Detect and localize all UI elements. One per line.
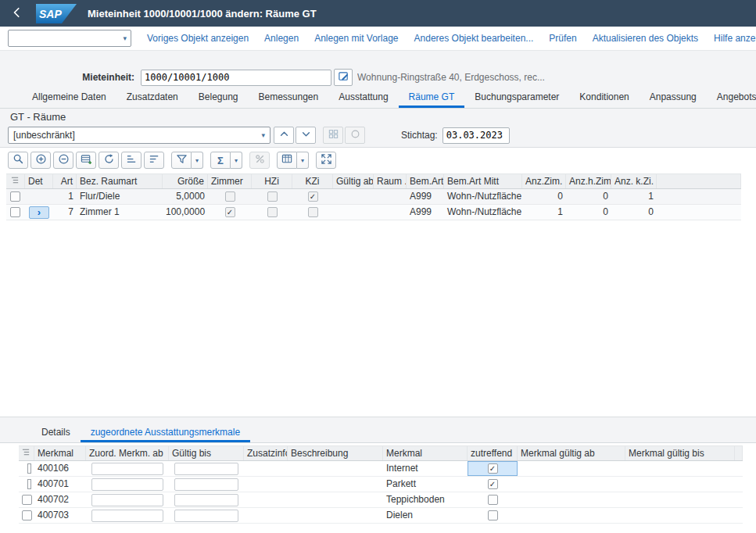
search-button[interactable] xyxy=(8,152,28,169)
column-header[interactable]: Bem.Art Mitt xyxy=(444,174,522,188)
link-create[interactable]: Anlegen xyxy=(264,33,299,44)
row-select-cell[interactable] xyxy=(19,461,34,476)
command-combobox[interactable]: ▾ xyxy=(8,30,131,47)
detail-button[interactable]: › xyxy=(29,206,49,219)
layout-menu-button[interactable]: ▾ xyxy=(297,152,309,169)
column-header[interactable]: Merkmal xyxy=(383,446,468,460)
select-all-header-cell[interactable] xyxy=(6,174,25,188)
column-header[interactable]: Merkmal gültig bis xyxy=(625,446,735,460)
zuord-ab-cell[interactable] xyxy=(86,492,169,507)
gueltig-bis-input[interactable] xyxy=(174,478,238,491)
tab-details[interactable]: Details xyxy=(31,424,81,442)
tab-bemessungen[interactable]: Bemessungen xyxy=(249,88,329,108)
sum-menu-button[interactable]: ▾ xyxy=(231,152,242,169)
column-header[interactable]: Art xyxy=(53,174,77,188)
back-button[interactable] xyxy=(9,5,25,21)
column-header[interactable]: zutreffend xyxy=(468,446,518,460)
row-select-cell[interactable] xyxy=(19,492,34,507)
select-all-header-cell[interactable] xyxy=(19,446,34,460)
refresh-button[interactable] xyxy=(99,152,119,169)
detail-cell[interactable]: › xyxy=(25,205,53,220)
link-create-with-template[interactable]: Anlegen mit Vorlage xyxy=(314,33,398,44)
add-row-button[interactable] xyxy=(30,152,51,169)
zutreffend-checkbox[interactable] xyxy=(488,510,498,520)
insert-row-button[interactable] xyxy=(76,152,96,169)
row-select-checkbox[interactable] xyxy=(22,495,32,505)
link-show-help[interactable]: Hilfe anzeigen xyxy=(714,33,756,44)
room-row[interactable]: › 7 Zimmer 1 100,0000 ✓ A999 Wohn-/Nutzf… xyxy=(6,205,741,220)
zutreffend-checkbox[interactable] xyxy=(488,495,498,505)
kzi-checkbox[interactable]: ✓ xyxy=(308,191,318,202)
feature-row[interactable]: 400703 Dielen xyxy=(19,508,743,524)
sort-ascending-button[interactable] xyxy=(121,152,142,169)
zuord-ab-cell[interactable] xyxy=(86,477,169,492)
zuord-ab-input[interactable] xyxy=(91,494,163,506)
tab-buchungsparameter[interactable]: Buchungsparameter xyxy=(464,88,569,108)
column-header[interactable]: Größe xyxy=(163,174,208,188)
zimmer-cell[interactable] xyxy=(208,189,252,204)
link-previous-object[interactable]: Voriges Objekt anzeigen xyxy=(147,33,249,44)
fullscreen-button[interactable] xyxy=(316,152,336,169)
column-header[interactable]: Merkmal xyxy=(34,446,86,460)
row-select-checkbox[interactable] xyxy=(22,510,32,520)
tab-ausstattung[interactable]: Ausstattung xyxy=(328,88,398,108)
column-header[interactable]: Det xyxy=(25,174,53,188)
stichtag-date-input[interactable] xyxy=(442,127,510,144)
feature-row[interactable]: 400702 Teppichboden xyxy=(19,492,743,508)
gueltig-bis-cell[interactable] xyxy=(169,461,244,476)
gueltig-bis-input[interactable] xyxy=(174,463,238,475)
row-select-checkbox[interactable] xyxy=(10,191,20,202)
column-header[interactable]: Gültig ab xyxy=(333,174,374,188)
zuord-ab-cell[interactable] xyxy=(86,461,169,476)
gueltig-bis-input[interactable] xyxy=(174,494,238,506)
column-header[interactable]: Merkmal gültig ab xyxy=(518,446,625,460)
feature-row[interactable]: 400701 Parkett ✓ xyxy=(19,477,743,492)
scroll-down-button[interactable] xyxy=(296,127,316,144)
tab-konditionen[interactable]: Konditionen xyxy=(569,88,639,108)
zutreffend-cell[interactable]: ✓ xyxy=(468,461,518,476)
room-row[interactable]: 1 Flur/Diele 5,0000 ✓ A999 Wohn-/Nutzflä… xyxy=(6,189,741,205)
row-select-cell[interactable] xyxy=(6,205,25,220)
column-header[interactable]: Zusatzinfo xyxy=(244,446,288,460)
column-header[interactable]: Bem.Art xyxy=(407,174,444,188)
kzi-cell[interactable]: ✓ xyxy=(292,189,333,204)
zimmer-checkbox[interactable] xyxy=(225,191,235,202)
tab-anpassung[interactable]: Anpassung xyxy=(640,88,707,108)
layout-button[interactable] xyxy=(277,152,297,169)
zuord-ab-input[interactable] xyxy=(91,463,163,475)
sum-button[interactable]: Σ xyxy=(210,152,231,169)
zuord-ab-cell[interactable] xyxy=(86,508,169,523)
tab-belegung[interactable]: Belegung xyxy=(188,88,249,108)
row-select-cell[interactable] xyxy=(19,508,34,523)
tab-allgemeine-daten[interactable]: Allgemeine Daten xyxy=(22,88,116,108)
column-header[interactable]: Beschreibung xyxy=(288,446,383,460)
zimmer-checkbox[interactable]: ✓ xyxy=(225,207,235,217)
scroll-up-button[interactable] xyxy=(274,127,294,144)
hzi-checkbox[interactable] xyxy=(267,191,278,202)
tab-angebotsobjekte[interactable]: Angebotsobjekte xyxy=(707,88,756,108)
column-header[interactable]: Zimmer xyxy=(208,174,252,188)
zuord-ab-input[interactable] xyxy=(91,478,163,491)
kzi-checkbox[interactable] xyxy=(308,207,318,217)
row-select-indicator[interactable] xyxy=(27,479,31,489)
column-header[interactable]: KZi xyxy=(292,174,333,188)
hzi-cell[interactable] xyxy=(252,189,292,204)
row-select-cell[interactable] xyxy=(6,189,25,204)
link-edit-other-object[interactable]: Anderes Objekt bearbeiten... xyxy=(414,33,534,44)
column-header[interactable]: Raum ... xyxy=(374,174,407,188)
hzi-cell[interactable] xyxy=(252,205,292,220)
column-header[interactable]: HZi xyxy=(252,174,292,188)
filter-menu-button[interactable]: ▾ xyxy=(192,152,203,169)
zutreffend-cell[interactable] xyxy=(468,508,518,523)
zutreffend-cell[interactable] xyxy=(468,492,518,507)
remove-row-button[interactable] xyxy=(53,152,73,169)
sort-descending-button[interactable] xyxy=(144,152,164,169)
edit-object-button[interactable] xyxy=(334,69,353,86)
hzi-checkbox[interactable] xyxy=(267,207,278,217)
zuord-ab-input[interactable] xyxy=(91,510,163,522)
row-select-checkbox[interactable] xyxy=(10,207,20,217)
kzi-cell[interactable] xyxy=(292,205,333,220)
tab-zugeordnete-ausstattungsmerkmale[interactable]: zugeordnete Ausstattungsmerkmale xyxy=(81,424,250,442)
zutreffend-checkbox[interactable]: ✓ xyxy=(488,479,498,489)
zutreffend-cell[interactable]: ✓ xyxy=(468,477,518,492)
